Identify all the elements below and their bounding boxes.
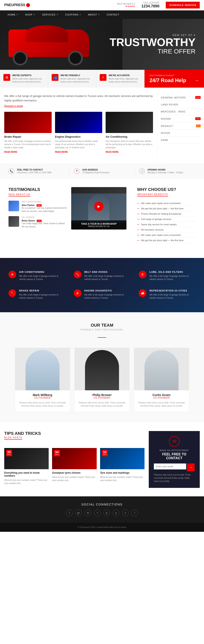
philip-photo xyxy=(85,350,119,390)
appointment-envelope-icon: ✉ xyxy=(169,436,179,447)
ac-dark-text: We offer a full range of garage services… xyxy=(19,274,65,281)
sidebar-general-motors[interactable]: GENERAL MOTORS new xyxy=(161,94,200,101)
pinterest-icon[interactable]: p xyxy=(103,510,110,516)
feature-friendly-title: WE'RE FRIENDLY xyxy=(61,74,93,76)
facebook-icon[interactable]: f xyxy=(66,510,73,516)
why-item: —All mechanic services xyxy=(137,227,195,232)
engine-diag-read-more[interactable]: READ MORE xyxy=(55,151,102,153)
googleplus-icon[interactable]: g+ xyxy=(75,510,82,516)
road-help-arrow-icon: → xyxy=(195,78,199,83)
blog-post-1-title: Everything you need to know numbers xyxy=(4,471,49,477)
sidebar-mercedes-benz[interactable]: MERCEDES - BENZ xyxy=(161,108,200,115)
footer-text: © Pneupress 2019 • Handcrafted with love… xyxy=(4,526,200,528)
blog-post-1: 05 Nov Everything you need to know numbe… xyxy=(4,448,49,485)
request-quote-link[interactable]: Request a quote xyxy=(4,104,23,108)
philip-photo-container xyxy=(75,348,129,390)
service-brake-repair: Brake Repair We offer a full range of ga… xyxy=(4,112,52,153)
vimeo-icon[interactable]: v xyxy=(122,510,129,516)
contact-hours-label: OPENING HOURS xyxy=(147,169,183,171)
feature-accurate-content: WE'RE ACCURATE Morbi nulla tortor, digni… xyxy=(109,74,141,83)
lube-dark-title: LUBE, OILS AND FILTERS xyxy=(149,271,195,273)
brian-service: OIL CHANGE xyxy=(22,216,67,218)
feature-friendly-content: WE'RE FRIENDLY Morbi nulla tortor, digni… xyxy=(61,74,93,83)
testimonials-list: AIR CONDITIONING Alen Parker new As a cu… xyxy=(9,201,67,228)
contact-bar: 📞 FEEL FREE TO CONTACT Cell phone: 1234.… xyxy=(0,164,204,178)
blog-post-3-desc: What do tyre size numbers mean? These ty… xyxy=(100,476,144,482)
friendly-icon: 👥 xyxy=(52,74,58,81)
why-item: —We get the job done right — the first t… xyxy=(137,238,195,243)
feature-accurate-title: WE'RE ACCURATE xyxy=(109,74,141,76)
blog-post-2-desc: What do tyre size numbers mean? These ty… xyxy=(52,476,96,482)
sidebar-mercedes-label: MERCEDES - BENZ xyxy=(161,110,185,113)
contact-hours-content: OPENING HOURS Monday to Saturday 7:30am … xyxy=(147,169,183,174)
blog-grid: 05 Nov Everything you need to know numbe… xyxy=(4,448,144,485)
road-help-title: 24/7 Road Help → xyxy=(150,78,199,83)
feature-experts-content: WE'RE EXPERTS Morbi nulla tortor, dignis… xyxy=(12,74,45,83)
contact-phone: 📞 FEEL FREE TO CONTACT Cell phone: 1234.… xyxy=(4,168,70,174)
sidebar-nissan[interactable]: NISSAN new xyxy=(161,115,200,122)
why-text: We get the job done right — the first ti… xyxy=(141,239,184,242)
sidebar-land-rover[interactable]: LAND ROVER xyxy=(161,101,200,108)
video-thumbnail[interactable]: ▶ TAKE A TOUR IN A WORKSHOP Making benef… xyxy=(71,187,126,230)
schedule-service-button[interactable]: SCHEDULE SERVICE xyxy=(166,2,200,8)
why-text: We make auto repair more convenient xyxy=(141,234,181,236)
nav-contact[interactable]: CONTACT xyxy=(103,10,123,19)
brake-repair-read-more[interactable]: READ MORE xyxy=(4,151,52,153)
appointment-email-input[interactable] xyxy=(154,464,186,470)
footer: © Pneupress 2019 • Handcrafted with love… xyxy=(0,523,204,532)
hero-section: NEW SET OF 4 TRUSTWORTHY TIRE OFFER xyxy=(0,19,204,70)
road-help-banner[interactable]: Don't Hesitate to Contact? 24/7 Road Hel… xyxy=(144,70,204,88)
contact-address-value: 75 Mapleton Road Princeton xyxy=(82,172,109,174)
header-right: HELP REVIEW 5.0 ★★★★★ CALL SUPPORT 1234.… xyxy=(117,2,200,8)
blog-post-2-date: 04 Nov xyxy=(54,450,60,456)
blog-post-3-img: 02 Nov xyxy=(100,448,144,469)
nav-about[interactable]: ABOUT ▼ xyxy=(85,10,103,19)
team-section: OUR TEAM FRIENDLY AND PROFESSIONAL Mark … xyxy=(0,312,204,422)
brian-stone-avatar xyxy=(9,216,19,227)
testimonials-title: TESTIMONIALS xyxy=(9,187,67,192)
testimonials-left: TESTIMONIALS SAID ABOUT US AIR CONDITION… xyxy=(9,187,67,243)
blog-post-3-date: 02 Nov xyxy=(102,450,108,456)
appointment-submit-button[interactable]: → xyxy=(187,464,195,471)
hero-car-decoration xyxy=(0,19,122,70)
help-label: HELP REVIEW 5.0 xyxy=(117,3,135,5)
linkedin-icon[interactable]: in xyxy=(85,510,91,516)
nav-coupons[interactable]: COUPONS ▼ xyxy=(62,10,85,19)
video-title: TAKE A TOUR IN A WORKSHOP xyxy=(73,222,124,225)
main-nav: HOME ▼ SHOP ▼ SERVICES ▼ COUPONS ▼ ABOUT… xyxy=(0,10,204,19)
why-text: Proven Results for Setting Exceptional xyxy=(141,212,181,215)
ac-read-more[interactable]: READ MORE xyxy=(106,151,153,153)
service-belts-dark: 🔧 BELT AND HOSES We offer a full range o… xyxy=(70,266,135,285)
call-label: CALL SUPPORT xyxy=(141,2,159,4)
blog-post-3: 02 Nov Tyre sizes and markings What do t… xyxy=(100,448,144,485)
nav-shop[interactable]: SHOP ▼ xyxy=(22,10,39,19)
engine-dark-title: ENGINE DIAGNOSTIC xyxy=(84,289,130,292)
engine-dark-text: We offer a full range of garage services… xyxy=(84,293,130,300)
appointment-desc: Phaseus elite lortus trud at nede. Ports… xyxy=(154,473,195,483)
nav-home[interactable]: HOME ▼ xyxy=(4,10,22,19)
play-button[interactable]: ▶ xyxy=(94,202,103,211)
alen-text: As a customer I can say a great environm… xyxy=(22,206,67,213)
why-choose-title: WHY CHOOSE US? xyxy=(137,187,195,192)
alen-parker-avatar xyxy=(9,201,19,211)
ac-dark-content: AIR CONDITIONING We offer a full range o… xyxy=(19,271,65,281)
blog-post-3-title: Tyre sizes and markings xyxy=(100,471,144,474)
youtube-icon[interactable]: y xyxy=(113,510,119,516)
video-subtitle: Making benefits for car xyxy=(73,225,124,228)
sidebar-saab[interactable]: SAAB xyxy=(161,136,200,144)
sidebar-renault[interactable]: RENAULT hot xyxy=(161,122,200,130)
blog-section: TIPS AND TRICKS BLOG POSTS 05 Nov Everyt… xyxy=(0,422,204,496)
nav-services[interactable]: SERVICES ▼ xyxy=(39,10,62,19)
hours-icon: 🕐 xyxy=(139,168,145,174)
service-cities-dark: 🏙 REPRESENTATION 24 CITIES We offer a fu… xyxy=(134,285,200,304)
why-dash: — xyxy=(137,218,139,220)
brake-repair-img xyxy=(4,112,52,133)
engine-dark-content: ENGINE DIAGNOSTIC We offer a full range … xyxy=(84,289,130,300)
twitter-icon[interactable]: t xyxy=(94,510,101,516)
brake-repair-title: Brake Repair xyxy=(4,135,52,138)
why-item: —We get the job done right — the first t… xyxy=(137,206,195,211)
instagram-icon[interactable]: i xyxy=(131,510,138,516)
contact-address-label: OUR ADDRESS xyxy=(82,169,109,171)
sidebar-rover[interactable]: ROVER xyxy=(161,130,200,136)
mark-photo xyxy=(26,350,60,390)
